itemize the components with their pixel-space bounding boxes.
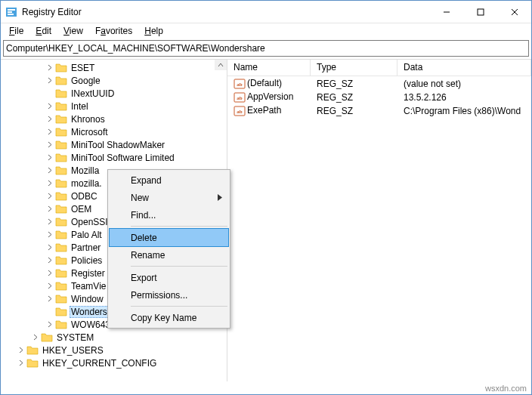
folder-icon: [55, 100, 67, 113]
expander-icon[interactable]: [30, 334, 40, 341]
string-value-icon: ab: [234, 78, 246, 90]
menu-bar: FileEditViewFavoritesHelp: [1, 23, 531, 39]
close-button[interactable]: [497, 1, 531, 23]
menu-view[interactable]: View: [58, 24, 88, 38]
expander-icon[interactable]: [16, 360, 26, 366]
expander-icon[interactable]: [45, 321, 54, 328]
tree-item[interactable]: Microsoft: [2, 125, 227, 138]
value-row[interactable]: ab(Default)REG_SZ(value not set): [227, 77, 531, 91]
expander-icon[interactable]: [45, 128, 54, 135]
expander-icon[interactable]: [45, 231, 54, 238]
value-data: 13.5.2.126: [397, 92, 531, 103]
menu-favorites[interactable]: Favorites: [90, 24, 138, 38]
expander-icon[interactable]: [45, 167, 54, 174]
expander-icon[interactable]: [45, 282, 54, 289]
context-menu-rename[interactable]: Rename: [110, 246, 228, 264]
menu-help[interactable]: Help: [139, 24, 169, 38]
column-data[interactable]: Data: [397, 60, 531, 76]
tree-item[interactable]: INextUUID: [2, 87, 227, 100]
expander-icon[interactable]: [45, 244, 54, 251]
main-split: ESETGoogleINextUUIDIntelKhronosMicrosoft…: [1, 59, 531, 381]
value-type: REG_SZ: [311, 79, 397, 89]
expander-icon[interactable]: [45, 295, 54, 302]
tree-item-label: TeamVie: [70, 281, 107, 292]
svg-rect-2: [8, 11, 12, 13]
list-body: ab(Default)REG_SZ(value not set)abAppVer…: [227, 76, 531, 118]
regedit-icon: [5, 6, 17, 18]
menu-separator: [131, 226, 227, 227]
value-row[interactable]: abExePathREG_SZC:\Program Files (x86)\Wo…: [227, 104, 531, 118]
expander-icon[interactable]: [45, 193, 54, 199]
context-menu-copy-key-name[interactable]: Copy Key Name: [110, 309, 228, 326]
expander-icon[interactable]: [45, 218, 54, 225]
tree-item-label: Google: [70, 76, 102, 86]
string-value-icon: ab: [234, 105, 246, 117]
tree-item[interactable]: Khronos: [2, 113, 227, 125]
folder-icon: [55, 280, 67, 292]
expander-icon[interactable]: [45, 64, 54, 71]
value-type: REG_SZ: [311, 106, 397, 116]
tree-item-label: MiniTool ShadowMaker: [70, 140, 166, 150]
expander-icon[interactable]: [45, 270, 54, 276]
folder-icon: [55, 62, 67, 74]
value-row[interactable]: abAppVersionREG_SZ13.5.2.126: [227, 91, 531, 104]
tree-item-label: HKEY_USERS: [41, 345, 105, 356]
value-name: abAppVersion: [227, 91, 311, 103]
context-menu-export[interactable]: Export: [110, 269, 228, 286]
tree-item-label: Khronos: [70, 114, 107, 125]
context-menu-find[interactable]: Find...: [110, 206, 228, 224]
menu-file[interactable]: File: [4, 24, 29, 38]
list-header[interactable]: Name Type Data: [227, 60, 531, 76]
tree-item[interactable]: MiniTool ShadowMaker: [2, 138, 227, 151]
tree-item-label: ESET: [70, 63, 96, 73]
menu-separator: [131, 266, 227, 267]
value-type: REG_SZ: [311, 92, 397, 103]
context-menu-expand[interactable]: Expand: [110, 171, 228, 189]
minimize-button[interactable]: [429, 1, 463, 23]
folder-icon: [55, 267, 67, 279]
tree-item-label: MiniTool Software Limited: [70, 153, 176, 163]
folder-icon: [55, 126, 67, 138]
expander-icon[interactable]: [45, 154, 54, 161]
context-menu: ExpandNewFind...DeleteRenameExportPermis…: [107, 169, 230, 329]
tree-item[interactable]: SYSTEM: [2, 331, 227, 344]
column-type[interactable]: Type: [311, 60, 397, 76]
expander-icon[interactable]: [45, 257, 54, 264]
folder-icon: [26, 344, 39, 356]
column-name[interactable]: Name: [227, 60, 311, 76]
menu-edit[interactable]: Edit: [30, 24, 57, 38]
context-menu-new[interactable]: New: [110, 189, 228, 206]
values-pane[interactable]: Name Type Data ab(Default)REG_SZ(value n…: [227, 60, 531, 381]
tree-item-label: OEM: [70, 204, 93, 214]
svg-text:ab: ab: [237, 109, 243, 115]
tree-item[interactable]: Intel: [2, 100, 227, 113]
tree-item[interactable]: HKEY_CURRENT_CONFIG: [2, 356, 227, 369]
expander-icon[interactable]: [45, 116, 54, 122]
expander-icon[interactable]: [45, 103, 54, 110]
expander-icon[interactable]: [45, 180, 54, 187]
maximize-button[interactable]: [463, 1, 497, 23]
svg-rect-3: [8, 14, 14, 15]
tree-item-label: SYSTEM: [55, 332, 95, 343]
folder-icon: [55, 177, 67, 190]
scroll-up-button[interactable]: [215, 60, 227, 70]
tree-item-label: INextUUID: [70, 88, 116, 99]
folder-icon: [55, 190, 67, 202]
address-bar[interactable]: Computer\HKEY_LOCAL_MACHINE\SOFTWARE\Won…: [3, 40, 529, 57]
context-menu-delete[interactable]: Delete: [109, 228, 229, 247]
status-strip: [1, 382, 531, 394]
tree-item[interactable]: Google: [2, 74, 227, 87]
folder-icon: [55, 229, 67, 241]
context-menu-permissions[interactable]: Permissions...: [110, 286, 228, 304]
value-data: (value not set): [397, 79, 531, 89]
tree-item[interactable]: HKEY_USERS: [2, 344, 227, 356]
tree-item-label: Window: [70, 294, 105, 304]
expander-icon[interactable]: [45, 141, 54, 148]
expander-icon[interactable]: [16, 347, 26, 353]
expander-icon[interactable]: [45, 205, 54, 212]
tree-item[interactable]: ESET: [2, 61, 227, 74]
submenu-arrow-icon: [218, 193, 222, 203]
context-menu-label: Permissions...: [131, 290, 187, 301]
expander-icon[interactable]: [45, 77, 54, 84]
tree-item[interactable]: MiniTool Software Limited: [2, 151, 227, 164]
